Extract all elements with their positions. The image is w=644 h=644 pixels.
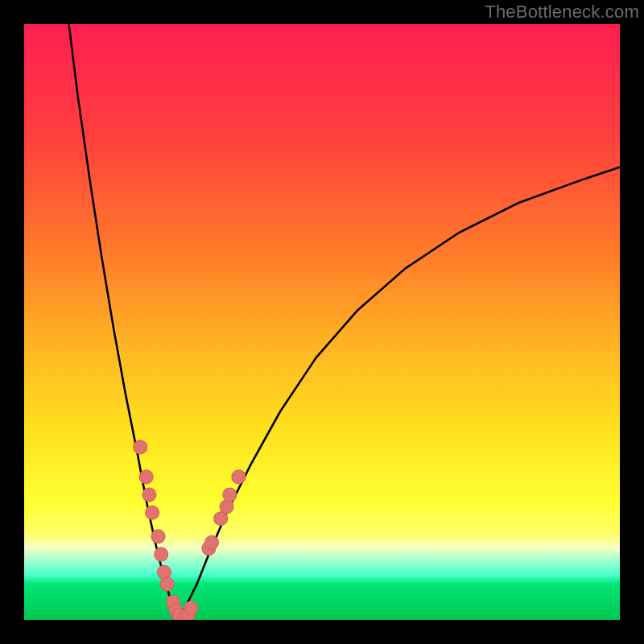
data-point-marker — [146, 506, 159, 519]
chart-frame: TheBottleneck.com — [0, 0, 644, 644]
data-point-marker — [223, 488, 237, 502]
plot-area — [24, 24, 620, 620]
watermark-text: TheBottleneck.com — [485, 2, 639, 23]
curve-left-branch — [69, 24, 180, 617]
marker-group — [134, 440, 246, 620]
data-point-marker — [205, 535, 219, 549]
data-point-marker — [142, 488, 156, 502]
data-point-marker — [160, 577, 174, 591]
data-point-marker — [157, 565, 171, 579]
data-point-marker — [139, 470, 153, 484]
data-point-marker — [134, 440, 147, 454]
data-point-marker — [155, 547, 168, 561]
curve-layer — [24, 24, 620, 620]
curve-right-branch — [179, 167, 620, 617]
data-point-marker — [232, 470, 246, 484]
data-point-marker — [184, 601, 198, 615]
data-point-marker — [220, 500, 233, 514]
data-point-marker — [151, 530, 165, 543]
